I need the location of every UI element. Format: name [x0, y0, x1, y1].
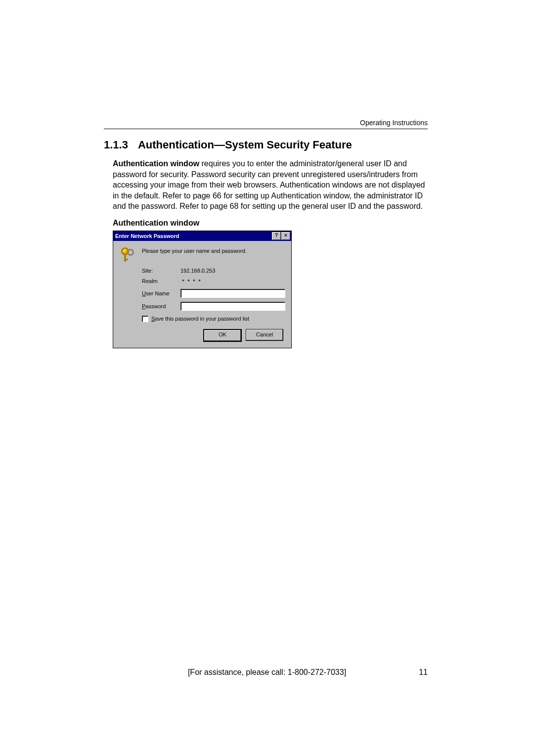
- username-input[interactable]: [180, 289, 285, 298]
- field-grid: Site: 192.168.0.253 Realm ＊＊＊＊ User Name…: [142, 268, 285, 311]
- password-label: Password: [142, 303, 178, 309]
- section-heading: 1.1.3Authentication—System Security Feat…: [104, 139, 430, 151]
- site-label: Site:: [142, 268, 178, 274]
- dialog-body: Please type your user name and password.…: [113, 241, 291, 348]
- section-title: Authentication—System Security Feature: [138, 139, 352, 151]
- save-password-checkbox[interactable]: [142, 316, 148, 322]
- save-password-label: Save this password in your password list: [151, 316, 249, 322]
- dialog-button-row: OK Cancel: [120, 329, 285, 342]
- paragraph-lead: Authentication window: [113, 159, 199, 168]
- username-label: User Name: [142, 290, 178, 296]
- titlebar-buttons: ? ×: [271, 232, 290, 240]
- body-paragraph: Authentication window requires you to en…: [113, 158, 430, 212]
- auth-dialog: Enter Network Password ? × Please type y…: [113, 231, 292, 348]
- header-label: Operating Instructions: [360, 119, 428, 127]
- page-number: 11: [419, 668, 428, 677]
- help-button[interactable]: ?: [272, 232, 281, 240]
- password-input[interactable]: [180, 302, 285, 311]
- dialog-instruction: Please type your user name and password.: [142, 247, 247, 254]
- keys-icon: [120, 247, 136, 263]
- footer-assistance: [For assistance, please call: 1-800-272-…: [0, 668, 534, 677]
- section-number: 1.1.3: [104, 139, 128, 151]
- dialog-title: Enter Network Password: [115, 233, 179, 239]
- ok-button[interactable]: OK: [203, 329, 242, 342]
- header-rule: [104, 129, 428, 129]
- close-button[interactable]: ×: [281, 232, 290, 240]
- save-password-row: Save this password in your password list: [142, 316, 285, 322]
- document-page: Operating Instructions 1.1.3Authenticati…: [0, 0, 534, 756]
- auth-window-subheading: Authentication window: [113, 219, 430, 228]
- realm-value: ＊＊＊＊: [180, 278, 285, 285]
- dialog-titlebar[interactable]: Enter Network Password ? ×: [113, 231, 291, 241]
- site-value: 192.168.0.253: [180, 268, 285, 274]
- realm-label: Realm: [142, 278, 178, 284]
- cancel-button[interactable]: Cancel: [246, 329, 283, 341]
